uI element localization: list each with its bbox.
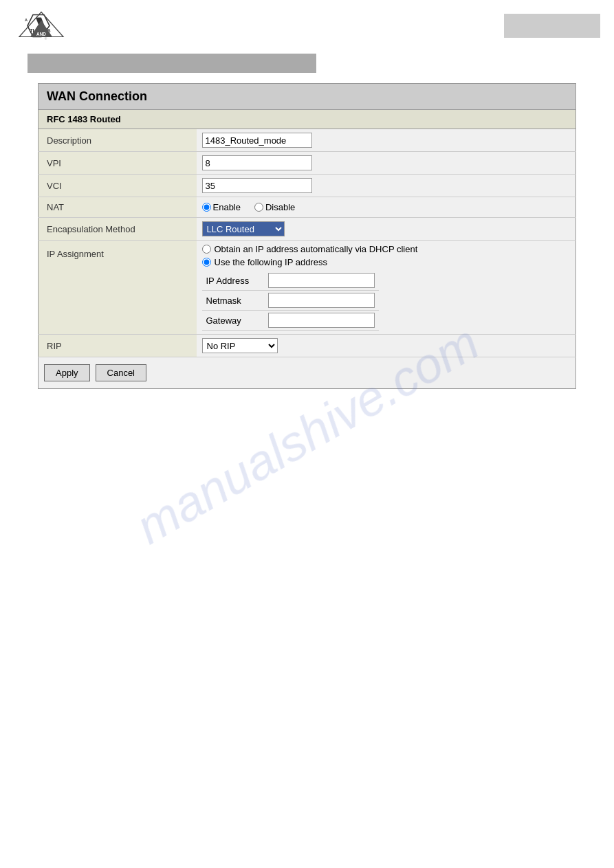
nat-row: NAT Enable Disable	[39, 197, 576, 218]
vpi-row: VPI	[39, 152, 576, 175]
page-header: TLANTIS A ® AND	[0, 0, 614, 45]
netmask-row: Netmask	[202, 291, 379, 311]
vpi-label: VPI	[39, 152, 197, 175]
vci-label: VCI	[39, 175, 197, 197]
description-row: Description	[39, 129, 576, 152]
section-header-row: RFC 1483 Routed	[39, 110, 576, 129]
wan-connection-form: RFC 1483 Routed Description VPI VCI NAT	[38, 110, 576, 357]
ip-sub-table: IP Address Netmask Gateway	[202, 271, 379, 331]
description-label: Description	[39, 129, 197, 152]
nat-radio-group: Enable Disable	[202, 202, 571, 212]
ip-dhcp-radio[interactable]	[202, 245, 211, 254]
buttons-row: Apply Cancel	[38, 357, 576, 389]
ip-assignment-row: IP Assignment Obtain an IP address autom…	[39, 241, 576, 335]
netmask-sub-label: Netmask	[202, 291, 264, 311]
gateway-input[interactable]	[268, 313, 375, 328]
apply-button[interactable]: Apply	[44, 364, 90, 381]
encapsulation-select[interactable]: LLC Routed VC Routed	[202, 221, 285, 236]
vci-row: VCI	[39, 175, 576, 197]
cancel-button[interactable]: Cancel	[96, 364, 146, 381]
rip-select[interactable]: No RIP RIP v1 RIP v2	[202, 338, 278, 353]
ip-assignment-value-cell: Obtain an IP address automatically via D…	[197, 241, 576, 335]
ip-address-sub-cell	[264, 271, 379, 291]
netmask-sub-cell	[264, 291, 379, 311]
svg-text:AND: AND	[36, 32, 46, 36]
vci-value-cell	[197, 175, 576, 197]
ip-manual-radio[interactable]	[202, 258, 211, 267]
rip-row: RIP No RIP RIP v1 RIP v2	[39, 335, 576, 357]
rip-label: RIP	[39, 335, 197, 357]
nat-disable-radio[interactable]	[254, 203, 263, 212]
main-content: WAN Connection RFC 1483 Routed Descripti…	[38, 83, 576, 389]
logo-area: TLANTIS A ® AND	[14, 7, 69, 45]
encapsulation-value-cell: LLC Routed VC Routed	[197, 218, 576, 241]
nat-enable-label[interactable]: Enable	[202, 202, 241, 212]
nat-enable-radio[interactable]	[202, 203, 211, 212]
gateway-sub-cell	[264, 311, 379, 331]
encapsulation-row: Encapsulation Method LLC Routed VC Route…	[39, 218, 576, 241]
ip-address-input[interactable]	[268, 273, 375, 288]
atlantis-logo: TLANTIS A ® AND	[14, 7, 69, 45]
vci-input[interactable]	[202, 178, 312, 193]
gateway-row: Gateway	[202, 311, 379, 331]
description-input[interactable]	[202, 133, 312, 148]
nat-disable-text: Disable	[265, 202, 295, 212]
nat-value-cell: Enable Disable	[197, 197, 576, 218]
ip-dhcp-option: Obtain an IP address automatically via D…	[202, 244, 571, 254]
ip-assignment-label: IP Assignment	[39, 241, 197, 335]
vpi-value-cell	[197, 152, 576, 175]
gateway-sub-label: Gateway	[202, 311, 264, 331]
ip-address-row: IP Address	[202, 271, 379, 291]
nat-label: NAT	[39, 197, 197, 218]
ip-options: Obtain an IP address automatically via D…	[202, 244, 571, 267]
description-value-cell	[197, 129, 576, 152]
netmask-input[interactable]	[268, 293, 375, 308]
header-action-button[interactable]	[504, 14, 600, 38]
nat-enable-text: Enable	[213, 202, 241, 212]
ip-manual-option: Use the following IP address	[202, 257, 571, 267]
nav-bar	[28, 54, 316, 73]
nat-disable-label[interactable]: Disable	[254, 202, 295, 212]
rip-value-cell: No RIP RIP v1 RIP v2	[197, 335, 576, 357]
vpi-input[interactable]	[202, 155, 312, 170]
svg-text:A: A	[25, 18, 28, 22]
encapsulation-label: Encapsulation Method	[39, 218, 197, 241]
ip-dhcp-text: Obtain an IP address automatically via D…	[215, 244, 418, 254]
page-title: WAN Connection	[38, 83, 576, 110]
section-subtitle: RFC 1483 Routed	[39, 110, 576, 129]
ip-address-sub-label: IP Address	[202, 271, 264, 291]
ip-manual-text: Use the following IP address	[215, 257, 328, 267]
